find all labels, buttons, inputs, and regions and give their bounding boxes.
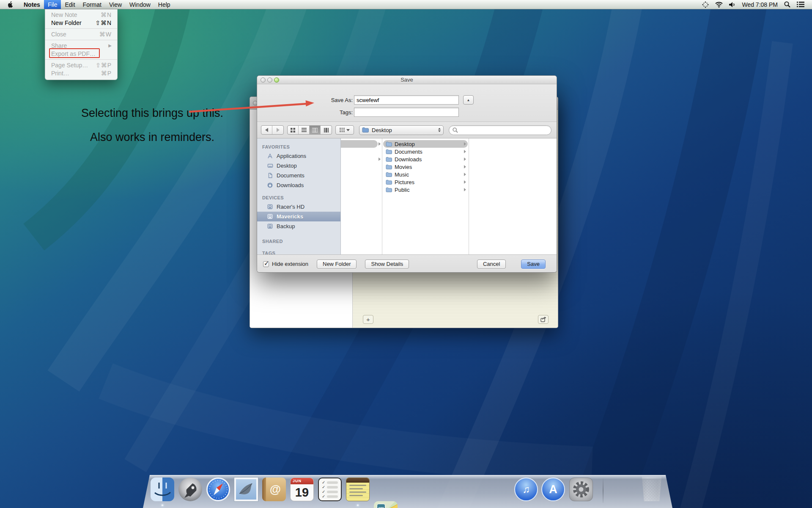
folder-row-downloads[interactable]: Downloads (383, 155, 468, 163)
browser-column-parent[interactable] (341, 138, 382, 254)
new-folder-button[interactable]: New Folder (317, 260, 357, 269)
forward-button[interactable] (272, 126, 283, 134)
view-mode-switcher (287, 125, 332, 135)
disclosure-icon (379, 157, 381, 161)
dock-icon-maps[interactable]: 280 (374, 501, 398, 508)
dock-icon-reminders[interactable]: ✓ ✓ ✓ ✓ (318, 478, 342, 501)
show-details-button[interactable]: Show Details (365, 260, 409, 269)
menubar-app-name[interactable]: Notes (20, 0, 44, 9)
sidebar-item-backup[interactable]: Backup (257, 221, 340, 231)
folder-icon (386, 157, 392, 162)
annotation-line2: Also works in reminders. (59, 131, 245, 144)
submenu-arrow-icon: ▶ (108, 43, 112, 48)
dock-icon-calendar[interactable]: JUN 19 (290, 478, 314, 501)
file-browser: FAVORITES Applications Desktop Documents (257, 138, 557, 254)
wifi-icon[interactable] (715, 2, 723, 8)
cancel-button[interactable]: Cancel (477, 260, 506, 269)
devices-header: DEVICES (257, 193, 340, 202)
browser-column-folders[interactable]: Desktop Documents Downloads Movies Music (382, 138, 469, 254)
hard-drive-icon (266, 204, 274, 210)
icon-view-button[interactable] (288, 126, 299, 134)
share-icon (540, 317, 546, 322)
menu-item-print[interactable]: Print… ⌘P (45, 69, 117, 77)
menu-bar: Notes File Edit Format View Window Help (0, 0, 812, 9)
location-popup[interactable]: Desktop (359, 125, 444, 135)
dock-icon-itunes[interactable]: ♫ (514, 478, 538, 501)
folder-row-music[interactable]: Music (383, 171, 468, 178)
dock-icon-notes[interactable] (346, 478, 370, 501)
hard-drive-icon (266, 213, 274, 220)
hide-extension-checkbox[interactable]: ✓ Hide extension (263, 261, 308, 267)
share-note-button[interactable] (538, 315, 549, 324)
checkbox-checked-icon[interactable]: ✓ (263, 261, 269, 267)
dock-divider (603, 478, 604, 503)
dock-icon-contacts[interactable]: @ (262, 478, 286, 501)
menu-item-export-as-pdf[interactable]: Export as PDF… (45, 50, 117, 58)
browser-column-empty[interactable] (469, 138, 557, 254)
close-button-disabled[interactable] (261, 77, 266, 83)
menubar-clock[interactable]: Wed 7:08 PM (742, 1, 778, 8)
search-field[interactable] (449, 125, 551, 135)
volume-icon[interactable] (729, 2, 735, 8)
menu-item-page-setup[interactable]: Page Setup… ⇧⌘P (45, 61, 117, 69)
notepad-binding (346, 478, 369, 483)
appstore-a-glyph: A (549, 483, 557, 496)
folder-icon (386, 164, 392, 170)
column-view-button-selected[interactable] (310, 126, 321, 134)
add-note-button[interactable]: + (363, 315, 373, 324)
folder-row-movies[interactable]: Movies (383, 163, 468, 171)
save-as-input[interactable] (354, 95, 459, 105)
sidebar-item-downloads[interactable]: Downloads (257, 180, 340, 190)
minimize-button-disabled[interactable] (267, 77, 272, 83)
save-button[interactable]: Save (521, 260, 546, 269)
back-button[interactable] (261, 126, 272, 134)
four-arrows-icon[interactable] (702, 1, 709, 8)
tags-header: TAGS (257, 249, 340, 254)
search-input[interactable] (460, 127, 548, 133)
sidebar-item-desktop[interactable]: Desktop (257, 161, 340, 171)
expand-dialog-button[interactable]: ▲ (463, 95, 474, 105)
shared-header: SHARED (257, 237, 340, 246)
action-menu-button[interactable] (335, 125, 354, 135)
menubar-item-edit[interactable]: Edit (61, 0, 79, 9)
dock-icon-mail[interactable] (234, 478, 258, 501)
folder-row-documents[interactable]: Documents (383, 148, 468, 155)
menubar-item-help[interactable]: Help (154, 0, 174, 9)
notification-center-icon[interactable] (797, 2, 804, 7)
dock-icon-system-preferences[interactable] (569, 478, 593, 501)
sidebar-item-documents[interactable]: Documents (257, 171, 340, 180)
menubar-item-file[interactable]: File (44, 0, 61, 9)
location-popup-value: Desktop (372, 127, 436, 133)
calendar-day: 19 (291, 484, 313, 500)
sidebar-item-racers-hd[interactable]: Racer's HD (257, 202, 340, 212)
sidebar-item-mavericks-selected[interactable]: Mavericks (257, 212, 340, 221)
dock-icon-app-store[interactable]: A (541, 478, 565, 501)
menubar-item-view[interactable]: View (105, 0, 126, 9)
dock-icon-safari[interactable] (206, 478, 230, 501)
tags-input[interactable] (354, 108, 459, 117)
dock-icon-launchpad[interactable] (178, 478, 202, 501)
folder-row-public[interactable]: Public (383, 186, 468, 193)
apple-menu[interactable] (0, 0, 20, 9)
menu-item-share[interactable]: Share ▶ (45, 41, 117, 50)
menubar-item-window[interactable]: Window (126, 0, 154, 9)
disclosure-icon (464, 180, 466, 184)
popup-arrows-icon (438, 128, 441, 132)
list-view-button[interactable] (299, 126, 310, 134)
dock-icon-finder[interactable] (151, 478, 174, 501)
spotlight-icon[interactable] (784, 1, 790, 8)
menubar-item-format[interactable]: Format (79, 0, 105, 9)
menu-item-new-note[interactable]: New Note ⌘N (45, 11, 117, 19)
menu-item-new-folder[interactable]: New Folder ⇧⌘N (45, 19, 117, 27)
save-dialog-toolbar: Desktop (257, 121, 557, 138)
sidebar-item-applications[interactable]: Applications (257, 151, 340, 161)
folder-row-pictures[interactable]: Pictures (383, 178, 468, 186)
folder-icon (386, 187, 392, 193)
coverflow-view-button[interactable] (321, 126, 332, 134)
annotation-text: Selecting this brings up this. Also work… (59, 107, 245, 144)
save-dialog-titlebar[interactable]: Save (257, 76, 557, 84)
menu-item-close[interactable]: Close ⌘W (45, 30, 117, 38)
folder-row-desktop-selected[interactable]: Desktop (383, 140, 468, 148)
zoom-button[interactable] (274, 77, 279, 83)
parent-selected-row[interactable] (341, 140, 378, 148)
